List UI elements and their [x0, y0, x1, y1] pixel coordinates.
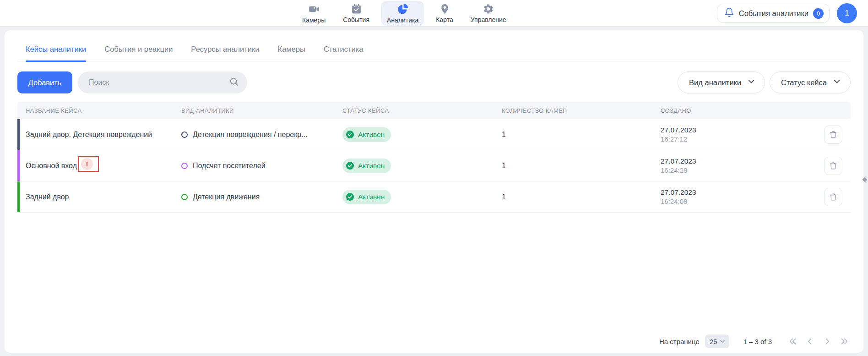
created-cell: 27.07.2023 16:24:08: [652, 188, 813, 206]
pagination-bar: На странице 25 1 – 3 of 3: [659, 334, 851, 348]
case-status-filter[interactable]: Статус кейса: [770, 71, 851, 93]
column-header-name: НАЗВАНИЕ КЕЙСА: [17, 107, 173, 114]
delete-case-button[interactable]: [824, 157, 842, 175]
top-navigation-bar: Камеры События Аналитика Карта Управлени…: [0, 0, 868, 27]
column-header-analytics-type: ВИД АНАЛИТИКИ: [173, 107, 334, 114]
tab-label: Кейсы аналитики: [26, 45, 86, 53]
table-row[interactable]: Задний двор Детекция движения Активен 1 …: [17, 181, 851, 213]
check-circle-icon: [346, 130, 354, 139]
add-case-button[interactable]: Добавить: [17, 71, 72, 93]
row-accent-bar: [17, 181, 20, 212]
camera-count: 1: [494, 131, 652, 139]
tab-bar: Кейсы аналитики События и реакции Ресурс…: [17, 30, 851, 61]
tab-analytics-cases[interactable]: Кейсы аналитики: [26, 45, 86, 61]
per-page-select[interactable]: 25: [705, 334, 730, 348]
tab-cameras[interactable]: Камеры: [278, 45, 305, 61]
topbar-right: События аналитики 0 1: [717, 0, 857, 27]
status-label: Активен: [358, 162, 385, 170]
chevron-right-icon: [822, 336, 832, 346]
next-page-button[interactable]: [821, 335, 833, 347]
status-label: Активен: [358, 131, 385, 139]
nav-item-events[interactable]: События: [337, 0, 375, 27]
previous-page-button[interactable]: [804, 335, 816, 347]
calendar-check-icon: [351, 3, 362, 15]
delete-case-button[interactable]: [824, 188, 842, 206]
chevron-down-icon: [833, 77, 841, 88]
filters: Вид аналитики Статус кейса: [678, 71, 851, 93]
events-count-badge: 0: [813, 8, 824, 19]
camera-count: 1: [494, 193, 652, 201]
pie-chart-icon: [397, 3, 409, 15]
analytics-page-card: Кейсы аналитики События и реакции Ресурс…: [5, 30, 863, 353]
main-nav: Камеры События Аналитика Карта Управлени…: [297, 0, 512, 27]
nav-item-map[interactable]: Карта: [430, 0, 458, 27]
actions-cell: [813, 188, 851, 206]
double-chevron-right-icon: [840, 336, 850, 346]
actions-cell: [813, 126, 851, 144]
analytics-type-ring-icon: [181, 131, 188, 138]
tab-label: События и реакции: [104, 45, 173, 53]
error-highlight-box: !: [78, 156, 99, 172]
nav-item-cameras[interactable]: Камеры: [297, 0, 331, 27]
tab-events-and-reactions[interactable]: События и реакции: [104, 45, 173, 61]
nav-item-label: Карта: [436, 16, 453, 23]
delete-case-button[interactable]: [824, 126, 842, 144]
filter-label: Вид аналитики: [689, 78, 741, 87]
analytics-type-cell: Детекция повреждения / перекр...: [173, 131, 334, 139]
bell-icon: [724, 7, 734, 19]
check-circle-icon: [346, 161, 354, 170]
nav-item-label: Камеры: [302, 16, 326, 24]
row-accent-bar: [17, 150, 20, 181]
table-row[interactable]: Основной вход ! Подсчет посетителей Акти…: [17, 150, 851, 181]
nav-item-analytics[interactable]: Аналитика: [381, 1, 424, 26]
created-date: 27.07.2023: [661, 126, 813, 135]
analytics-type-filter[interactable]: Вид аналитики: [678, 71, 765, 93]
map-pin-icon: [439, 3, 450, 15]
tab-label: Статистика: [324, 45, 363, 53]
video-camera-icon: [308, 3, 320, 15]
analytics-type-label: Детекция движения: [193, 193, 260, 201]
created-cell: 27.07.2023 16:27:12: [652, 126, 813, 144]
table-row[interactable]: Задний двор. Детекция повреждений Детекц…: [17, 119, 851, 150]
search-field[interactable]: [78, 71, 247, 93]
analytics-type-ring-icon: [181, 163, 188, 169]
analytics-events-label: События аналитики: [739, 9, 808, 18]
per-page-label: На странице: [659, 338, 700, 345]
trash-icon: [829, 162, 837, 170]
actions-cell: [813, 157, 851, 175]
chevron-down-icon: [720, 340, 725, 343]
last-page-button[interactable]: [839, 335, 851, 347]
double-chevron-left-icon: [787, 336, 797, 346]
case-status-cell: Активен: [334, 159, 494, 173]
avatar[interactable]: 1: [837, 3, 857, 23]
tab-analytics-resources[interactable]: Ресурсы аналитики: [191, 45, 259, 61]
created-time: 16:27:12: [661, 135, 813, 144]
chevron-down-icon: [747, 77, 755, 88]
case-name: Задний двор: [17, 193, 173, 201]
search-input[interactable]: [88, 78, 229, 87]
filter-label: Статус кейса: [781, 78, 827, 87]
analytics-type-cell: Подсчет посетителей: [173, 162, 334, 170]
search-icon[interactable]: [229, 77, 239, 88]
nav-item-label: Аналитика: [387, 16, 418, 24]
tab-label: Камеры: [278, 45, 305, 53]
tab-statistics[interactable]: Статистика: [324, 45, 363, 61]
camera-count: 1: [494, 162, 652, 170]
first-page-button[interactable]: [787, 335, 798, 347]
chevron-left-icon: [805, 336, 815, 346]
error-exclamation-icon[interactable]: !: [81, 158, 93, 170]
per-page-value: 25: [710, 338, 717, 345]
tab-label: Ресурсы аналитики: [191, 45, 259, 53]
toolbar: Добавить Вид аналитики Статус кейса: [17, 71, 851, 93]
nav-item-management[interactable]: Управление: [465, 0, 512, 27]
status-badge: Активен: [342, 190, 391, 204]
trash-icon: [829, 131, 837, 139]
status-badge: Активен: [342, 159, 391, 173]
case-name: Задний двор. Детекция повреждений: [17, 131, 173, 139]
analytics-events-button[interactable]: События аналитики 0: [717, 4, 830, 23]
status-badge: Активен: [342, 127, 391, 142]
gear-icon: [483, 3, 494, 15]
created-time: 16:24:08: [661, 197, 813, 206]
pager-controls: [787, 335, 851, 347]
trash-icon: [829, 193, 837, 201]
